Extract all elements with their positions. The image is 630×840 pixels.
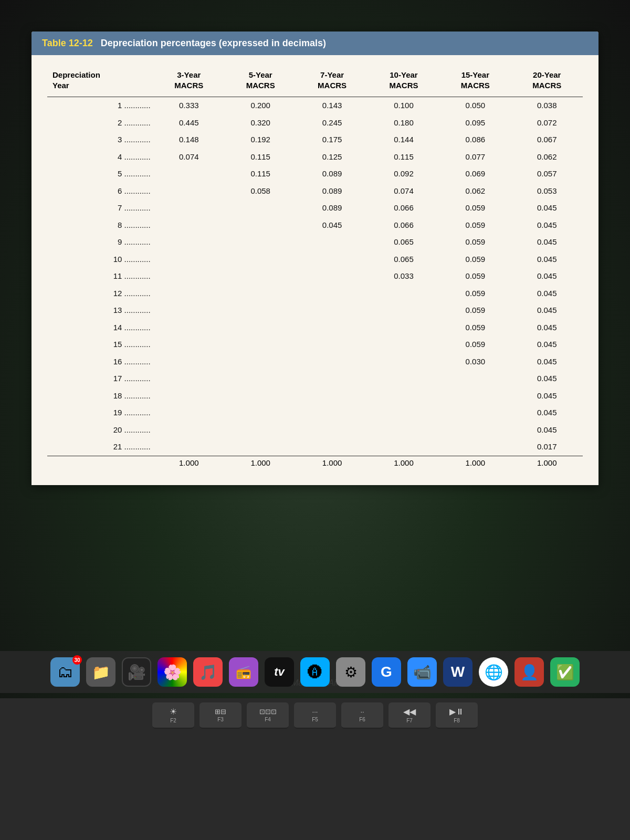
cell-row3-col0: 3 ............ bbox=[47, 131, 153, 149]
cell-row11-col1 bbox=[153, 268, 225, 285]
cell-row7-col4: 0.066 bbox=[368, 200, 439, 217]
cell-row4-col6: 0.062 bbox=[511, 149, 583, 166]
cell-row20-col3 bbox=[296, 422, 368, 439]
depreciation-table: DepreciationYear 3-YearMACRS 5-YearMACRS… bbox=[47, 66, 583, 469]
dock-icon-chrome[interactable]: 🌐 bbox=[479, 657, 508, 687]
key-f3[interactable]: ⊞⊟ F3 bbox=[200, 702, 242, 729]
cell-row4-col4: 0.115 bbox=[368, 149, 439, 166]
cell-row7-col5: 0.059 bbox=[439, 200, 511, 217]
table-row: 5 ............0.1150.0890.0920.0690.057 bbox=[47, 165, 583, 183]
table-row: 6 ............0.0580.0890.0740.0620.053 bbox=[47, 183, 583, 200]
table-row: 11 ............0.0330.0590.045 bbox=[47, 268, 583, 285]
key-f2[interactable]: ☀ F2 bbox=[152, 702, 194, 729]
cell-row1-col0: 1 ............ bbox=[47, 97, 153, 114]
table-row: 10 ............0.0650.0590.045 bbox=[47, 251, 583, 268]
col-header-5year: 5-YearMACRS bbox=[225, 66, 296, 97]
table-row: 13 ............0.0590.045 bbox=[47, 302, 583, 319]
dock-icon-photos[interactable]: 🌸 bbox=[158, 657, 187, 687]
cell-row19-col6: 0.045 bbox=[511, 404, 583, 422]
cell-row6-col5: 0.062 bbox=[439, 183, 511, 200]
cell-row2-col1: 0.445 bbox=[153, 114, 225, 132]
table-row: 7 ............0.0890.0660.0590.045 bbox=[47, 200, 583, 217]
cell-row4-col3: 0.125 bbox=[296, 149, 368, 166]
cell-row14-col2 bbox=[225, 319, 296, 337]
cell-row13-col3 bbox=[296, 302, 368, 319]
dock-icon-contacts[interactable]: 👤 bbox=[514, 657, 544, 687]
cell-row12-col2 bbox=[225, 285, 296, 302]
cell-row21-col4 bbox=[368, 438, 439, 456]
cell-row11-col3 bbox=[296, 268, 368, 285]
cell-row18-col2 bbox=[225, 387, 296, 405]
cell-row1-col4: 0.100 bbox=[368, 97, 439, 114]
cell-row15-col5: 0.059 bbox=[439, 336, 511, 353]
dock-icon-zoom[interactable]: 📹 bbox=[407, 657, 437, 687]
dock-icon-files[interactable]: 📁 bbox=[86, 657, 116, 687]
cell-row20-col4 bbox=[368, 422, 439, 439]
cell-row11-col2 bbox=[225, 268, 296, 285]
cell-row17-col6: 0.045 bbox=[511, 370, 583, 387]
dock-icon-appstore[interactable]: 🅐 bbox=[300, 657, 330, 687]
cell-row11-col4: 0.033 bbox=[368, 268, 439, 285]
total-col5: 1.000 bbox=[439, 456, 511, 469]
cell-row17-col4 bbox=[368, 370, 439, 387]
key-f8[interactable]: ▶⏸ F8 bbox=[436, 702, 478, 729]
cell-row10-col5: 0.059 bbox=[439, 251, 511, 268]
dock-icon-gemini[interactable]: G bbox=[372, 657, 401, 687]
table-row: 15 ............0.0590.045 bbox=[47, 336, 583, 353]
table-header-row: DepreciationYear 3-YearMACRS 5-YearMACRS… bbox=[47, 66, 583, 97]
cell-row15-col1 bbox=[153, 336, 225, 353]
dock: 🗂 30 📁 🎥 🌸 🎵 📻 tv 🅐 ⚙ G 📹 W 🌐 bbox=[0, 651, 630, 693]
col-header-10year: 10-YearMACRS bbox=[368, 66, 439, 97]
cell-row5-col4: 0.092 bbox=[368, 165, 439, 183]
cell-row16-col1 bbox=[153, 353, 225, 371]
cell-row21-col3 bbox=[296, 438, 368, 456]
cell-row8-col4: 0.066 bbox=[368, 217, 439, 234]
cell-row10-col3 bbox=[296, 251, 368, 268]
table-row: 21 ............0.017 bbox=[47, 438, 583, 456]
cell-row10-col2 bbox=[225, 251, 296, 268]
dock-icon-music[interactable]: 🎵 bbox=[193, 657, 223, 687]
dock-icon-word[interactable]: W bbox=[443, 657, 472, 687]
cell-row1-col1: 0.333 bbox=[153, 97, 225, 114]
table-row: 17 ............0.045 bbox=[47, 370, 583, 387]
dock-icon-settings[interactable]: ⚙ bbox=[336, 657, 365, 687]
cell-row17-col2 bbox=[225, 370, 296, 387]
col-header-20year: 20-YearMACRS bbox=[511, 66, 583, 97]
cell-row10-col4: 0.065 bbox=[368, 251, 439, 268]
key-f4[interactable]: ⊡⊡⊡ F4 bbox=[247, 702, 289, 729]
cell-row13-col2 bbox=[225, 302, 296, 319]
dock-icon-reminders[interactable]: ✅ bbox=[550, 657, 580, 687]
cell-row1-col2: 0.200 bbox=[225, 97, 296, 114]
cell-row20-col2 bbox=[225, 422, 296, 439]
cell-row17-col5 bbox=[439, 370, 511, 387]
dock-icon-podcasts[interactable]: 📻 bbox=[229, 657, 258, 687]
cell-row12-col0: 12 ............ bbox=[47, 285, 153, 302]
dock-icon-finder[interactable]: 🗂 30 bbox=[50, 657, 80, 687]
cell-row19-col5 bbox=[439, 404, 511, 422]
total-col0 bbox=[47, 456, 153, 469]
cell-row9-col2 bbox=[225, 234, 296, 251]
cell-row2-col6: 0.072 bbox=[511, 114, 583, 132]
total-col6: 1.000 bbox=[511, 456, 583, 469]
cell-row9-col3 bbox=[296, 234, 368, 251]
cell-row11-col6: 0.045 bbox=[511, 268, 583, 285]
cell-row2-col5: 0.095 bbox=[439, 114, 511, 132]
dock-icon-appletv[interactable]: tv bbox=[265, 657, 294, 687]
key-f5[interactable]: ··· F5 bbox=[294, 702, 336, 729]
cell-row10-col6: 0.045 bbox=[511, 251, 583, 268]
cell-row7-col1 bbox=[153, 200, 225, 217]
table-total-row: 1.0001.0001.0001.0001.0001.000 bbox=[47, 456, 583, 469]
cell-row9-col6: 0.045 bbox=[511, 234, 583, 251]
table-row: 8 ............0.0450.0660.0590.045 bbox=[47, 217, 583, 234]
cell-row15-col6: 0.045 bbox=[511, 336, 583, 353]
total-col4: 1.000 bbox=[368, 456, 439, 469]
cell-row6-col1 bbox=[153, 183, 225, 200]
key-f7[interactable]: ◀◀ F7 bbox=[388, 702, 430, 729]
dock-icon-camera[interactable]: 🎥 bbox=[122, 657, 151, 687]
cell-row16-col0: 16 ............ bbox=[47, 353, 153, 371]
cell-row8-col0: 8 ............ bbox=[47, 217, 153, 234]
document-area: Table 12-12 Depreciation percentages (ex… bbox=[32, 32, 598, 485]
cell-row3-col6: 0.067 bbox=[511, 131, 583, 149]
cell-row14-col1 bbox=[153, 319, 225, 337]
key-f6[interactable]: ·· F6 bbox=[341, 702, 383, 729]
